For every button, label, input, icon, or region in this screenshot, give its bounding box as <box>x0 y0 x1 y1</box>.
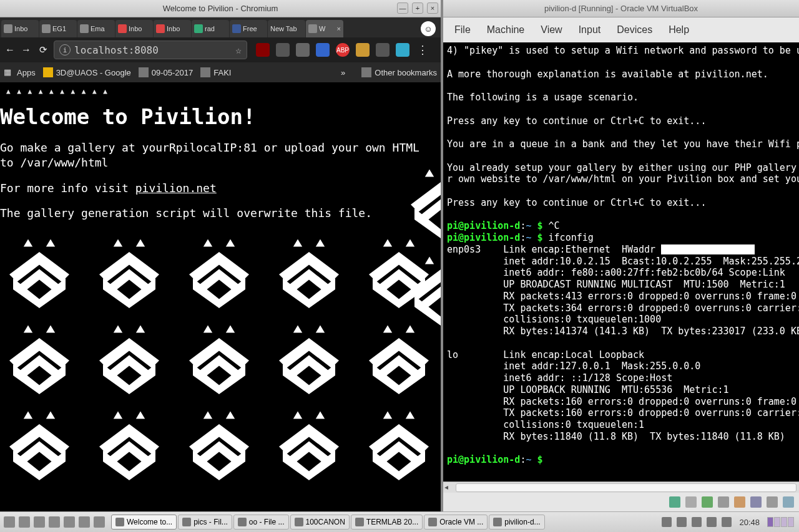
browser-menu-button[interactable]: ⋮ <box>413 43 432 57</box>
tab-item-active[interactable]: W× <box>306 20 343 37</box>
vm-terminal[interactable]: 4) "pikey" is used to setup a Wifi netwo… <box>443 42 799 481</box>
scroll-thumb[interactable] <box>456 483 797 492</box>
menu-devices[interactable]: Devices <box>617 24 652 36</box>
recording-icon[interactable] <box>767 496 778 508</box>
terminal-icon[interactable] <box>49 516 60 528</box>
browser-icon[interactable] <box>79 516 90 528</box>
bookmark-star-icon[interactable]: ☆ <box>235 44 242 56</box>
display-icon[interactable] <box>750 496 762 508</box>
tab-item[interactable]: Ema <box>77 20 115 37</box>
site-info-icon[interactable]: i <box>59 44 71 56</box>
back-button[interactable]: ← <box>4 44 16 56</box>
launcher-icon[interactable] <box>34 516 45 528</box>
network-tray-icon[interactable] <box>662 517 672 527</box>
extension-icon[interactable] <box>376 43 390 57</box>
tab-item[interactable]: Free <box>230 20 267 37</box>
vbox-titlebar[interactable]: pivilion-d [Running] - Oracle VM Virtual… <box>443 0 799 17</box>
task-button[interactable]: oo - File ... <box>233 515 289 530</box>
pivilion-logo-icon <box>361 319 436 394</box>
extension-icon[interactable] <box>296 43 310 57</box>
scroll-left-icon[interactable]: ◂ <box>444 483 448 491</box>
tab-item[interactable]: rad <box>192 20 229 37</box>
harddisk-icon[interactable] <box>669 496 680 508</box>
pivilion-logo-icon <box>403 163 441 238</box>
extensions-area: ABP <box>256 43 409 57</box>
bookmarks-overflow[interactable]: » <box>341 68 345 77</box>
menu-file[interactable]: File <box>454 24 471 36</box>
network-icon[interactable] <box>702 496 713 508</box>
minimize-button[interactable]: — <box>397 2 408 14</box>
extension-icon[interactable] <box>316 43 330 57</box>
tab-item[interactable]: Inbo <box>115 20 153 37</box>
task-button[interactable]: 100CANON <box>290 515 350 530</box>
tab-item[interactable]: Inbo <box>154 20 191 37</box>
extension-icon[interactable] <box>276 43 290 57</box>
launcher-icon[interactable] <box>19 516 30 528</box>
maximize-button[interactable]: + <box>412 2 423 14</box>
chromium-titlebar[interactable]: Welcome to Pivilion - Chromium — + × <box>0 0 441 17</box>
show-desktop-icon[interactable] <box>4 516 15 528</box>
app-icon <box>355 518 364 526</box>
optical-icon[interactable] <box>685 496 697 508</box>
task-button[interactable]: TERMLAB 20... <box>351 515 423 530</box>
task-button[interactable]: Welcome to... <box>111 515 177 530</box>
tray-icon[interactable] <box>707 517 717 527</box>
files-icon[interactable] <box>64 516 75 528</box>
vbox-hscrollbar[interactable]: ◂ <box>443 481 799 493</box>
clock[interactable]: 20:48 <box>737 518 762 527</box>
tab-item[interactable]: Inbo <box>1 20 39 37</box>
menu-view[interactable]: View <box>541 24 562 36</box>
logo-cell <box>270 233 348 308</box>
bookmark-item[interactable]: 3D@UAOS - Google <box>43 67 131 77</box>
pivilion-link[interactable]: pivilion.net <box>135 181 217 195</box>
pivilion-logo-icon <box>92 319 167 394</box>
logo-grid <box>0 233 438 480</box>
task-button[interactable]: pivilion-d... <box>489 515 544 530</box>
bookmark-item[interactable]: 09-05-2017 <box>139 67 194 77</box>
address-bar[interactable]: i localhost:8080 ☆ <box>54 41 247 59</box>
extension-icon[interactable] <box>396 43 409 57</box>
logo-cell <box>90 319 169 394</box>
launcher-icon[interactable] <box>94 516 105 528</box>
menu-machine[interactable]: Machine <box>487 24 524 36</box>
page-heading: Welcome to Pivilion! <box>0 104 438 129</box>
apps-button[interactable]: ▦Apps <box>4 67 36 77</box>
other-bookmarks[interactable]: Other bookmarks <box>361 67 437 77</box>
adblock-icon[interactable]: ABP <box>336 43 350 57</box>
task-button[interactable]: pics - Fil... <box>178 515 232 530</box>
taskbar: Welcome to... pics - Fil... oo - File ..… <box>0 511 799 532</box>
mouse-integration-icon[interactable] <box>783 496 794 508</box>
shared-folders-icon[interactable] <box>734 496 745 508</box>
ublock-icon[interactable] <box>256 43 270 57</box>
workspace-1[interactable] <box>767 517 773 527</box>
task-button[interactable]: Oracle VM ... <box>424 515 488 530</box>
pivilion-logo-icon <box>2 405 77 480</box>
folder-icon <box>361 67 371 77</box>
battery-tray-icon[interactable] <box>692 517 702 527</box>
logo-cell <box>270 319 348 394</box>
usb-icon[interactable] <box>718 496 729 508</box>
logo-cell <box>360 405 438 480</box>
pivilion-logo-icon <box>361 405 436 480</box>
workspace-switcher[interactable] <box>767 517 794 527</box>
bookmark-item[interactable]: FAKI <box>200 67 231 77</box>
reload-button[interactable]: ⟳ <box>36 43 50 57</box>
tray-icon[interactable] <box>722 517 732 527</box>
menu-input[interactable]: Input <box>579 24 601 36</box>
tab-close-icon[interactable]: × <box>337 25 341 32</box>
workspace-2[interactable] <box>774 517 780 527</box>
forward-button[interactable]: → <box>20 44 32 56</box>
volume-tray-icon[interactable] <box>677 517 687 527</box>
close-button[interactable]: × <box>427 2 438 14</box>
workspace-4[interactable] <box>788 517 794 527</box>
app-icon <box>428 518 437 526</box>
tab-item[interactable]: New Tab <box>268 20 305 37</box>
profile-avatar[interactable]: ☺ <box>421 21 436 36</box>
vbox-statusbar <box>443 493 799 511</box>
extension-icon[interactable] <box>356 43 370 57</box>
apps-icon: ▦ <box>4 67 14 77</box>
tab-item[interactable]: EG1 <box>39 20 77 37</box>
menu-help[interactable]: Help <box>669 24 689 36</box>
page-content: ▲ ▲ ▲ ▲ ▲ ▲ ▲ ▲ ▲ ▲ Welcome to Pivilion!… <box>0 82 441 511</box>
workspace-3[interactable] <box>781 517 787 527</box>
